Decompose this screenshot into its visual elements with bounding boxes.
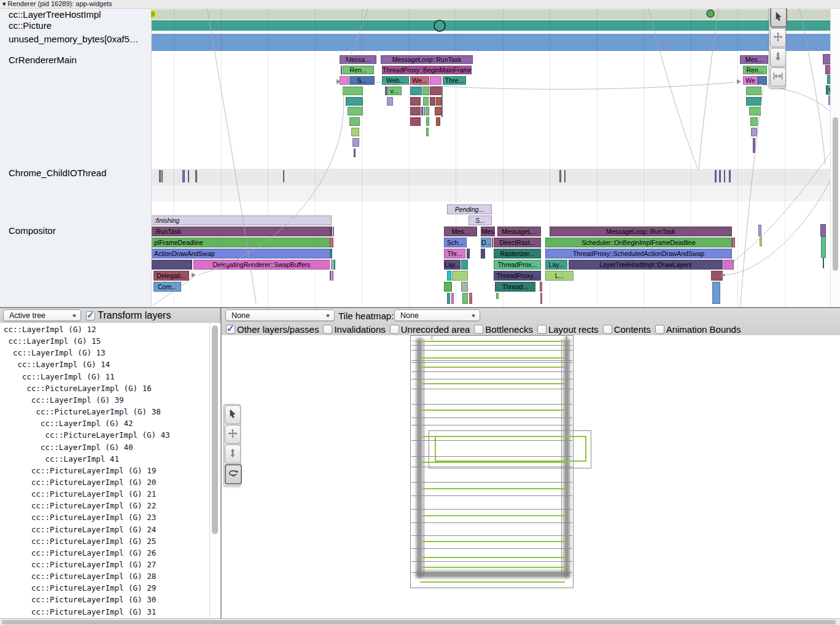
trace-slice[interactable]: We (743, 76, 758, 85)
trace-slice[interactable] (746, 87, 761, 95)
zoom-mode-button[interactable] (225, 444, 241, 464)
tree-item[interactable]: cc::PictureLayerImpl (G) 24 (31, 525, 156, 534)
trace-slice[interactable] (461, 282, 468, 292)
trace-slice[interactable] (749, 107, 761, 115)
trace-slice[interactable] (719, 170, 721, 182)
trace-slice[interactable] (753, 138, 755, 153)
trace-slice[interactable] (481, 249, 485, 258)
checkbox-bottlenecks[interactable] (474, 325, 483, 334)
trace-slice[interactable] (758, 225, 761, 236)
trace-slice[interactable]: MessageLoop::RunTask (550, 227, 732, 236)
trace-slice[interactable] (410, 107, 421, 115)
trace-slice[interactable] (715, 170, 717, 182)
trace-slice[interactable] (426, 107, 429, 115)
trace-slice[interactable] (349, 117, 360, 126)
trace-slice[interactable]: Mes... (740, 55, 768, 64)
trace-slice[interactable] (161, 170, 163, 182)
trace-slice[interactable]: L... (545, 271, 574, 281)
checkbox-invalidations[interactable] (323, 325, 332, 334)
trace-slice[interactable]: Mes (481, 227, 495, 236)
selection-mode-button[interactable] (225, 405, 241, 424)
trace-slice[interactable] (462, 293, 468, 304)
trace-slice[interactable] (559, 170, 561, 182)
trace-slice[interactable] (469, 293, 472, 304)
trace-slice[interactable] (441, 87, 443, 117)
tree-item[interactable]: cc::PictureLayerImpl (G) 26 (31, 548, 156, 557)
trace-slice[interactable] (760, 237, 762, 246)
timeline-vertical-scrollbar[interactable] (830, 8, 840, 307)
collapse-triangle-icon[interactable]: ▾ (2, 0, 6, 7)
trace-slice[interactable]: D... (481, 238, 491, 247)
layer-select[interactable]: None (225, 309, 335, 321)
trace-slice[interactable]: Mes... (444, 227, 477, 236)
trace-slice[interactable] (422, 87, 429, 95)
trace-slice[interactable]: LayerTreeHostImpl::DrawLayers (569, 260, 723, 270)
transform-layers-checkbox[interactable] (86, 311, 95, 320)
trace-slice[interactable] (540, 282, 542, 292)
trace-slice[interactable]: Pending... (447, 204, 492, 214)
tree-item[interactable]: cc::PictureLayerImpl (G) 25 (31, 537, 156, 546)
trace-slice[interactable]: ThreadProxy... (494, 271, 541, 281)
trace-slice[interactable] (436, 117, 440, 126)
checkbox-layout-rects[interactable] (537, 325, 546, 334)
trace-slice[interactable] (330, 249, 332, 258)
trace-slice[interactable] (435, 107, 441, 115)
trace-slice[interactable]: Scheduler::OnBeginImplFrameDeadline (545, 238, 732, 247)
trace-slice[interactable] (729, 170, 731, 182)
checkbox-unrecorded-area[interactable] (390, 325, 399, 334)
trace-slice[interactable] (340, 76, 349, 85)
trace-slice[interactable] (341, 66, 342, 74)
tree-item[interactable]: cc::PictureLayerImpl (G) 43 (45, 430, 170, 440)
trace-slice[interactable]: MessageL... (497, 227, 541, 236)
trace-slice[interactable] (430, 97, 435, 106)
trace-slice[interactable]: Rasterizer... (494, 249, 541, 258)
tree-item[interactable]: cc::LayerImpl (G) 11 (22, 372, 115, 381)
trace-slice[interactable]: Lay... (444, 260, 461, 270)
timing-mode-button[interactable] (770, 68, 786, 87)
trace-slice[interactable]: ThreadProxy::BeginMainFrame (382, 66, 472, 74)
layer-tree-list[interactable]: cc::LayerImpl (G) 12cc::LayerImpl (G) 15… (0, 323, 209, 618)
trace-slice[interactable] (330, 271, 331, 281)
trace-slice[interactable] (724, 170, 725, 182)
trace-slice[interactable]: DelegatingRenderer::SwapBuffers (193, 260, 330, 270)
trace-slice[interactable] (331, 260, 333, 270)
trace-slice[interactable]: Thread... (495, 282, 535, 292)
trace-slice[interactable] (820, 224, 826, 236)
trace-slice[interactable] (423, 97, 429, 106)
trace-slice[interactable] (346, 97, 363, 106)
tree-item[interactable]: cc::PictureLayerImpl (G) 22 (31, 501, 156, 510)
trace-slice[interactable] (188, 170, 189, 182)
tree-item[interactable]: cc::LayerImpl (G) 14 (18, 360, 111, 369)
trace-slice[interactable]: ThreadProx... (494, 260, 541, 270)
tree-item[interactable]: cc::PictureLayerImpl (G) 28 (31, 572, 156, 581)
layer-tree-scrollbar[interactable] (209, 323, 220, 618)
trace-slice[interactable] (711, 271, 723, 281)
trace-slice[interactable] (343, 87, 363, 95)
trace-slice[interactable] (758, 76, 767, 85)
rotate-mode-button[interactable] (225, 464, 242, 484)
tree-item[interactable]: cc::LayerImpl (G) 39 (31, 395, 124, 405)
zoom-mode-button[interactable] (770, 48, 786, 67)
trace-slice[interactable] (746, 97, 761, 106)
trace-slice[interactable]: DirectRast... (494, 238, 541, 247)
layer-tree-scrollbar-thumb[interactable] (212, 325, 218, 534)
trace-slice[interactable] (447, 271, 451, 281)
trace-slice[interactable]: Com... (154, 282, 181, 292)
trace-slice[interactable]: Lay... (545, 260, 567, 270)
tree-item[interactable]: cc::LayerImpl (G) 15 (9, 336, 101, 346)
trace-slice[interactable] (496, 293, 499, 299)
trace-slice[interactable] (410, 97, 421, 106)
trace-slice[interactable] (351, 128, 359, 136)
trace-slice[interactable]: :finishing (151, 215, 332, 225)
trace-slice[interactable]: ThreadProxy::ScheduledActionDrawAndSwap (545, 249, 732, 258)
trace-slice[interactable]: Web... (382, 76, 409, 85)
trace-slice[interactable]: ActionDrawAndSwap (151, 249, 332, 258)
tree-item[interactable]: cc::PictureLayerImpl (G) 19 (31, 466, 156, 475)
trace-slice[interactable] (750, 117, 758, 126)
trace-slice[interactable]: We... (410, 76, 429, 85)
pan-mode-button[interactable] (225, 425, 241, 444)
checkbox-animation-bounds[interactable] (655, 325, 664, 334)
tree-item[interactable]: cc::PictureLayerImpl (G) 31 (31, 607, 156, 616)
trace-slice[interactable] (821, 236, 826, 258)
trace-slice[interactable] (426, 117, 429, 126)
